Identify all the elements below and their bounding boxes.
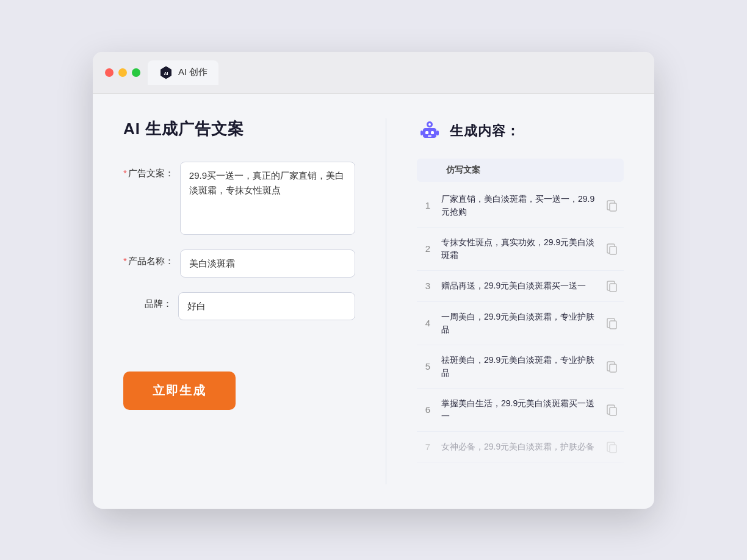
svg-rect-9 [610,203,616,211]
maximize-button[interactable] [132,68,140,77]
row-text: 女神必备，29.9元美白淡斑霜，护肤必备 [441,440,598,453]
copy-icon[interactable] [605,317,619,330]
row-text: 一周美白，29.9元美白淡斑霜，专业护肤品 [441,311,598,336]
page-title: AI 生成广告文案 [123,118,355,140]
result-header: 生成内容： [417,118,624,144]
row-text: 厂家直销，美白淡斑霜，买一送一，29.9元抢购 [441,193,598,218]
copy-icon[interactable] [605,360,619,373]
row-number: 7 [422,442,434,452]
title-bar: AI AI 创作 [93,52,654,94]
svg-text:AI: AI [164,71,168,75]
required-mark: * [123,168,127,178]
result-list: 1 厂家直销，美白淡斑霜，买一送一，29.9元抢购 2 专抹女性斑点，真实功效，… [417,184,624,463]
list-item: 2 专抹女性斑点，真实功效，29.9元美白淡斑霜 [417,228,624,271]
svg-rect-4 [425,131,428,134]
copy-icon[interactable] [605,279,619,293]
minimize-button[interactable] [118,68,127,77]
row-number: 5 [422,361,434,372]
svg-rect-12 [610,321,616,329]
robot-icon [417,118,442,144]
svg-rect-13 [610,364,616,372]
product-name-input[interactable] [180,249,355,278]
panel-divider [386,118,386,484]
svg-rect-5 [431,131,434,134]
copy-icon[interactable] [605,199,619,212]
copy-icon[interactable] [605,242,619,256]
copy-icon[interactable] [605,403,619,417]
list-item: 5 祛斑美白，29.9元美白淡斑霜，专业护肤品 [417,345,624,389]
product-name-label: *产品名称： [123,249,174,267]
result-title: 生成内容： [450,122,520,140]
product-required-mark: * [123,256,127,266]
tab-label: AI 创作 [178,66,208,78]
generate-button[interactable]: 立即生成 [123,372,236,410]
row-number: 3 [422,281,434,291]
product-name-group: *产品名称： [123,249,355,278]
ad-copy-group: *广告文案： [123,162,355,235]
svg-point-2 [428,123,431,126]
list-item: 3 赠品再送，29.9元美白淡斑霜买一送一 [417,271,624,302]
svg-rect-10 [610,246,616,254]
brand-group: 品牌： [123,292,355,320]
row-number: 4 [422,318,434,328]
table-header: 仿写文案 [417,159,624,182]
right-panel: 生成内容： 仿写文案 1 厂家直销，美白淡斑霜，买一送一，29.9元抢购 2 专… [417,118,624,484]
traffic-lights [105,68,140,77]
svg-rect-7 [420,131,423,135]
row-number: 1 [422,200,434,210]
svg-rect-8 [436,131,439,135]
app-window: AI AI 创作 AI 生成广告文案 *广告文案： *产品名称： [93,52,654,509]
ai-tab[interactable]: AI AI 创作 [148,60,218,85]
content-area: AI 生成广告文案 *广告文案： *产品名称： 品牌： 立 [93,94,654,509]
row-text: 专抹女性斑点，真实功效，29.9元美白淡斑霜 [441,236,598,262]
svg-rect-11 [610,284,616,292]
ad-copy-input[interactable] [180,162,355,235]
list-item: 4 一周美白，29.9元美白淡斑霜，专业护肤品 [417,302,624,345]
svg-rect-15 [610,445,616,453]
row-text: 祛斑美白，29.9元美白淡斑霜，专业护肤品 [441,354,598,379]
row-text: 掌握美白生活，29.9元美白淡斑霜买一送一 [441,397,598,423]
svg-rect-14 [610,407,616,415]
brand-label: 品牌： [123,292,172,310]
ad-copy-label: *广告文案： [123,162,174,179]
close-button[interactable] [105,68,114,77]
list-item: 1 厂家直销，美白淡斑霜，买一送一，29.9元抢购 [417,184,624,228]
row-text: 赠品再送，29.9元美白淡斑霜买一送一 [441,279,598,292]
copy-icon[interactable] [605,440,619,454]
ai-tab-icon: AI [159,65,173,80]
row-number: 6 [422,404,434,415]
svg-rect-6 [428,135,431,137]
left-panel: AI 生成广告文案 *广告文案： *产品名称： 品牌： 立 [123,118,355,484]
list-item: 7 女神必备，29.9元美白淡斑霜，护肤必备 [417,432,624,463]
list-item: 6 掌握美白生活，29.9元美白淡斑霜买一送一 [417,389,624,432]
row-number: 2 [422,243,434,254]
brand-input[interactable] [178,292,355,320]
